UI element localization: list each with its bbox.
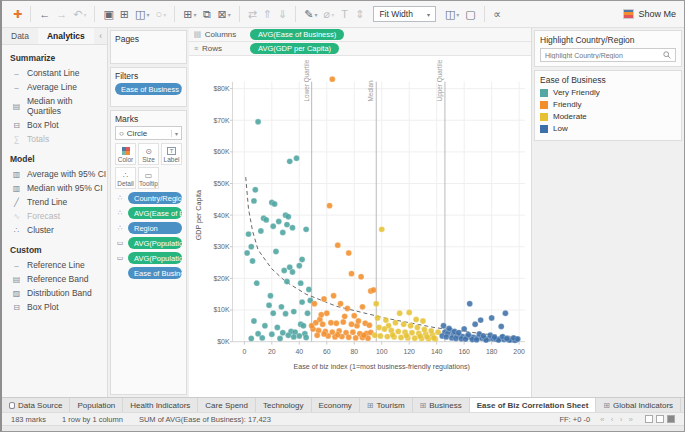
legend-item-very-friendly[interactable]: Very Friendly [540, 88, 676, 97]
field-pill[interactable]: Country/Region [128, 192, 182, 204]
scatter-point[interactable] [254, 280, 260, 286]
analytics-item-median-with-quartiles[interactable]: ▤Median with Quartiles [2, 94, 107, 118]
scatter-point[interactable] [371, 287, 377, 293]
scatter-point[interactable] [296, 263, 302, 269]
scatter-point[interactable] [384, 334, 390, 340]
sheet-tab-ease-of-biz-correlation-sheet[interactable]: Ease of Biz Correlation Sheet [470, 398, 597, 412]
rows-pill[interactable]: AVG(GDP per Capita) [250, 43, 339, 54]
scatter-point[interactable] [251, 318, 257, 324]
highlight-button[interactable]: ✎▾ [301, 5, 320, 23]
sheet-tab-care-spend[interactable]: Care Spend [198, 398, 256, 412]
mark-type-dropdown[interactable]: ○ Circle ▾ [115, 126, 182, 140]
presentation-mode-button[interactable]: ▢ [462, 5, 478, 23]
analytics-item-cluster[interactable]: ∴Cluster [2, 223, 107, 237]
scatter-point[interactable] [291, 334, 297, 340]
analytics-item-median-with-95-ci[interactable]: ▥Median with 95% CI [2, 181, 107, 195]
scatter-point[interactable] [314, 332, 320, 338]
scatter-point[interactable] [414, 324, 420, 330]
sort-descending-button[interactable]: ⇓ [275, 5, 290, 23]
sheet-tab-data-source[interactable]: Data Source [2, 398, 70, 412]
scatter-point[interactable] [504, 336, 510, 342]
scatter-point[interactable] [346, 334, 352, 340]
scatter-point[interactable] [397, 310, 403, 316]
scatter-point[interactable] [335, 332, 341, 338]
scatter-point[interactable] [393, 320, 399, 326]
sort-ascending-button[interactable]: ⇑ [260, 5, 275, 23]
field-pill[interactable]: AVG(Population . [128, 237, 182, 249]
scatter-point[interactable] [299, 256, 305, 262]
scatter-point[interactable] [403, 333, 409, 339]
scatter-point[interactable] [280, 330, 286, 336]
scatter-point[interactable] [321, 296, 327, 302]
scatter-point[interactable] [366, 322, 372, 328]
analytics-item-trend-line[interactable]: ╱Trend Line [2, 195, 107, 209]
scatter-point[interactable] [335, 242, 341, 248]
scatter-point[interactable] [349, 271, 355, 277]
scatter-point[interactable] [300, 323, 306, 329]
scatter-point[interactable] [359, 304, 365, 310]
scatter-point[interactable] [408, 323, 414, 329]
scatter-point[interactable] [283, 311, 289, 317]
scatter-point[interactable] [382, 326, 388, 332]
tooltip-button[interactable]: ▭Tooltip [138, 167, 159, 189]
scatter-point[interactable] [267, 293, 273, 299]
scatter-point[interactable] [284, 279, 290, 285]
scatter-point[interactable] [498, 323, 504, 329]
scatter-point[interactable] [291, 309, 297, 315]
fit-width-select[interactable]: Fit Width▾ [373, 6, 436, 22]
scatter-point[interactable] [306, 286, 312, 292]
pages-shelf[interactable]: Pages [110, 30, 187, 64]
scatter-point[interactable] [273, 249, 279, 255]
analytics-item-reference-band[interactable]: ▤Reference Band [2, 272, 107, 286]
scatter-point[interactable] [266, 302, 272, 308]
format-text-button[interactable]: T [337, 5, 352, 23]
scatter-point[interactable] [413, 317, 419, 323]
field-pill[interactable]: Region [128, 222, 182, 234]
save-button[interactable]: ▣ [100, 5, 116, 23]
scatter-point[interactable] [467, 301, 473, 307]
scatter-point[interactable] [244, 250, 250, 256]
field-pill[interactable]: AVG(Ease of Busi.. [128, 207, 182, 219]
scatter-point[interactable] [350, 329, 356, 335]
scatter-point[interactable] [342, 313, 348, 319]
scatter-point[interactable] [269, 331, 275, 337]
legend-item-low[interactable]: Low [540, 124, 676, 133]
scatter-point[interactable] [453, 336, 459, 342]
scatter-point[interactable] [428, 328, 434, 334]
scatter-point[interactable] [383, 317, 389, 323]
scatter-point[interactable] [287, 158, 293, 164]
scatter-point[interactable] [259, 335, 265, 341]
scatter-point[interactable] [331, 293, 337, 299]
highlight-search-input[interactable] [545, 52, 661, 59]
scatter-point[interactable] [255, 119, 261, 125]
analytics-item-average-line[interactable]: –Average Line [2, 80, 107, 94]
scatter-point[interactable] [327, 203, 333, 209]
show-mark-labels-button[interactable]: ⌀▾ [321, 5, 338, 23]
scatter-point[interactable] [296, 333, 302, 339]
collapse-pane-icon[interactable]: ‹ [94, 31, 107, 41]
forward-button[interactable]: → [53, 5, 70, 23]
swap-rows-columns-button[interactable]: ⇄ [245, 5, 260, 23]
scatter-point[interactable] [353, 335, 359, 341]
scatter-point[interactable] [263, 217, 269, 223]
scatter-point[interactable] [358, 274, 364, 280]
scatter-point[interactable] [491, 334, 497, 340]
view-presentation-icon[interactable] [667, 415, 675, 423]
replay-button[interactable]: ↶▾ [70, 5, 89, 23]
clear-sheet-button[interactable]: ⊠▾ [214, 5, 233, 23]
show-hide-cards-button[interactable]: ◫▾ [442, 5, 462, 23]
scatter-point[interactable] [461, 326, 467, 332]
scatter-point[interactable] [340, 319, 346, 325]
new-data-source-button[interactable]: ⊞ [117, 5, 132, 23]
pause-auto-updates-button[interactable]: ◫▾ [132, 5, 152, 23]
scatter-point[interactable] [431, 335, 437, 341]
filters-shelf[interactable]: Filters Ease of Business (cl.. [110, 67, 187, 107]
scatter-point[interactable] [298, 280, 304, 286]
sheet-tab-health-indicators[interactable]: Health Indicators [123, 398, 198, 412]
share-workbook-button[interactable]: ∝ [490, 5, 505, 23]
scatter-point[interactable] [478, 317, 484, 323]
scatter-point[interactable] [420, 318, 426, 324]
rows-shelf[interactable]: ≡ Rows AVG(GDP per Capita) [189, 42, 531, 56]
show-me-button[interactable]: Show Me [623, 9, 676, 19]
scatter-point[interactable] [465, 332, 471, 338]
